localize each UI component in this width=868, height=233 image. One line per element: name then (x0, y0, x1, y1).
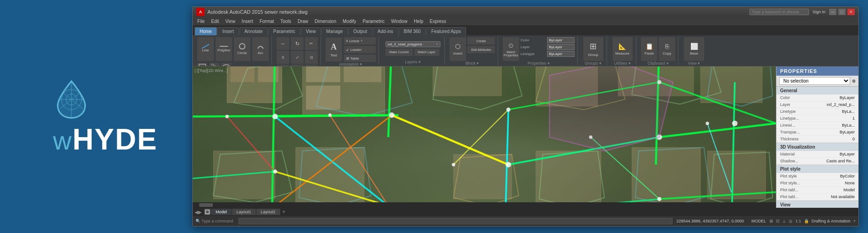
horizontal-scrollbar[interactable] (193, 202, 776, 208)
base-button[interactable]: ⬜ Base (684, 37, 704, 61)
lock-icon[interactable]: 🔒 (804, 219, 809, 223)
groups-button[interactable]: ⊞ Group (583, 37, 603, 61)
tab-view[interactable]: View (301, 27, 321, 35)
menu-help[interactable]: Help (411, 18, 426, 25)
color-dropdown[interactable]: ByLayer (547, 37, 575, 43)
title-search-box[interactable]: Type a keyword or phrase (749, 9, 809, 15)
copy-clipboard-button[interactable]: ⎘ Copy (659, 37, 675, 61)
menu-draw[interactable]: Draw (295, 18, 311, 25)
title-bar-left: A Autodesk AutoCAD 2015 sewer network.dw… (196, 8, 308, 16)
polyline-button[interactable]: Polyline (216, 37, 232, 61)
tab-parametric[interactable]: Parametric (268, 27, 300, 35)
title-bar-right: Type a keyword or phrase Sign In ─ □ ✕ (749, 9, 855, 15)
circle-button[interactable]: Circle (234, 37, 250, 61)
tab-addins[interactable]: Add-ins (373, 27, 398, 35)
menu-window[interactable]: Window (388, 18, 410, 25)
paste-button[interactable]: 📋 Paste (641, 37, 657, 61)
stretch-button[interactable]: ⤢ (291, 51, 304, 64)
edit-attributes-button[interactable]: Edit Attributes (467, 46, 495, 53)
add-workspace-icon[interactable]: + (853, 219, 856, 223)
svg-rect-12 (230, 67, 254, 82)
title-bar: A Autodesk AutoCAD 2015 sewer network.dw… (193, 7, 858, 17)
tab-layout1[interactable]: Layout1 (232, 209, 256, 215)
menu-view[interactable]: View (222, 18, 238, 25)
grid-toggle[interactable]: ⊞ (770, 219, 773, 223)
linetype-dropdown[interactable]: ByLayer (547, 51, 575, 57)
zoom-fit-icon[interactable] (204, 209, 211, 215)
tab-bim360[interactable]: BIM 360 (399, 27, 426, 35)
tab-output[interactable]: Output (348, 27, 372, 35)
polar-toggle[interactable]: ◎ (789, 219, 792, 223)
layer-prop-label: Layer (521, 45, 546, 49)
rotate-button[interactable]: ↻ (291, 37, 304, 50)
text-button[interactable]: A Text (326, 38, 342, 61)
match-properties-button[interactable]: ⊙ MatchProperties (503, 37, 519, 61)
linear-button[interactable]: ≡ Linear ▾ (344, 37, 376, 44)
match-layer-button[interactable]: Match Layer (414, 49, 439, 56)
command-input[interactable] (239, 218, 673, 224)
menu-modify[interactable]: Modify (340, 18, 359, 25)
lineweight-value: ByLa... (812, 123, 855, 128)
menu-insert[interactable]: Insert (239, 18, 256, 25)
menu-dimension[interactable]: Dimension (312, 18, 339, 25)
linetype-general-label: Linetype (780, 109, 812, 114)
tab-model[interactable]: Model (211, 209, 232, 215)
arc-button[interactable]: Arc (252, 37, 269, 61)
ribbon-group-draw: Line Polyline Circle (195, 36, 272, 65)
explode-button[interactable]: ⋇ (305, 65, 318, 66)
create-block-button[interactable]: Create (467, 37, 495, 44)
measure-button[interactable]: 📐 Measure (613, 37, 633, 61)
close-button[interactable]: ✕ (847, 9, 855, 15)
add-layout-button[interactable]: + (282, 209, 286, 215)
make-current-button[interactable]: Make Current (385, 49, 413, 56)
plot-table-label: Plot tabl... (780, 188, 812, 192)
linetype-row: Linetype ByLayer (521, 51, 575, 57)
move-button[interactable]: ↔ (277, 37, 289, 50)
props-settings-icon[interactable]: ⚙ (852, 79, 856, 83)
layer-general-row: Layer vxl_2_read_p... (776, 101, 858, 108)
ribbon-group-utilities: 📐 Measure Utilities ▾ (609, 36, 636, 65)
workspace-display[interactable]: Drafting & Annotation (812, 219, 851, 223)
layer-prop-dropdown[interactable]: ByLayer (547, 44, 575, 50)
menu-express[interactable]: Express (427, 18, 449, 25)
tab-annotate[interactable]: Annotate (239, 27, 268, 35)
line-button[interactable]: Line (197, 37, 214, 61)
branding-panel: wHYDE (0, 0, 192, 233)
maximize-button[interactable]: □ (838, 9, 846, 15)
trim-button[interactable]: ✂ (305, 37, 318, 50)
tab-manage[interactable]: Manage (321, 27, 348, 35)
snap-toggle[interactable]: ⊡ (776, 219, 780, 223)
svg-rect-81 (206, 210, 209, 214)
tab-home[interactable]: Home (195, 27, 217, 35)
copy-button[interactable]: ⎘ (277, 51, 289, 64)
menu-tools[interactable]: Tools (278, 18, 294, 25)
menu-edit[interactable]: Edit (208, 18, 222, 25)
scroll-thumb[interactable] (199, 203, 213, 207)
scale-button[interactable]: ⊡ (305, 51, 318, 64)
minimize-button[interactable]: ─ (829, 9, 836, 15)
main-area: [-][Top][2D Wire...] (193, 67, 858, 208)
layer-selector[interactable]: vxl_2_read_polygons ▾ (385, 41, 440, 47)
nav-icons: ◀▶ (195, 210, 202, 215)
view-tools: ⬜ Base (684, 37, 704, 61)
svg-point-68 (732, 121, 738, 126)
hatch-button[interactable] (209, 63, 219, 66)
insert-block-button[interactable]: ⬡ Insert (450, 37, 466, 61)
array-button[interactable]: ⊞ (277, 65, 289, 66)
rectangle-button[interactable] (197, 63, 207, 66)
table-button[interactable]: ⊞ Table (344, 55, 376, 62)
tab-featured-apps[interactable]: Featured Apps (426, 27, 466, 35)
leader-button[interactable]: ↙ Leader (344, 46, 376, 53)
menu-format[interactable]: Format (257, 18, 277, 25)
tab-layout2[interactable]: Layout2 (256, 209, 280, 215)
svg-rect-16 (344, 67, 381, 82)
selection-dropdown[interactable]: No selection (779, 77, 850, 85)
fillet-button[interactable]: ⌐ (291, 65, 304, 66)
menu-parametric[interactable]: Parametric (360, 18, 387, 25)
ortho-toggle[interactable]: ⊥ (782, 219, 786, 223)
menu-file[interactable]: File (195, 18, 207, 25)
tab-insert[interactable]: Insert (217, 27, 239, 35)
sign-in-link[interactable]: Sign In (811, 10, 827, 14)
drawing-area[interactable]: [-][Top][2D Wire...] (193, 67, 776, 208)
ellipse-button[interactable] (221, 63, 231, 66)
